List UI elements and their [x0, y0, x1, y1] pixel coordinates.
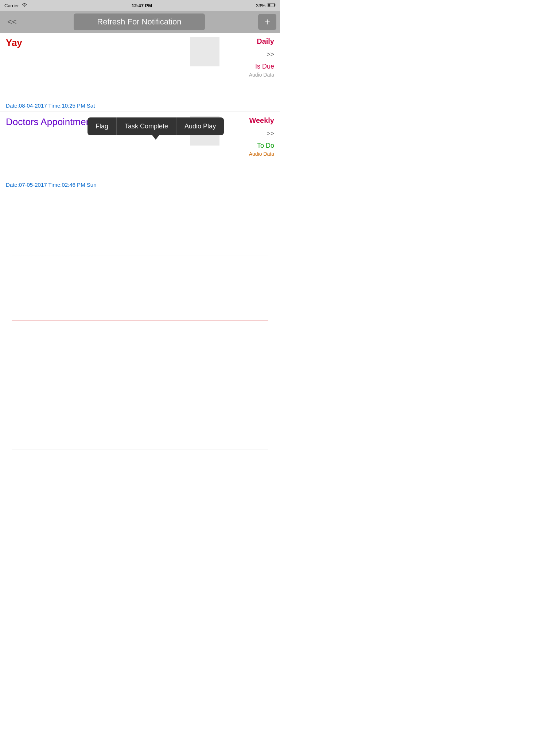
- task-audio-doctors: Audio Data: [249, 151, 274, 157]
- task-right-doctors: Weekly >> To Do Audio Data: [223, 116, 274, 157]
- battery-icon: [268, 3, 276, 8]
- back-button[interactable]: <<: [4, 15, 20, 29]
- content-area: Yay Daily >> Is Due Audio Data Date:08-0…: [0, 33, 280, 449]
- status-time: 12:47 PM: [132, 3, 152, 8]
- status-right: 33%: [256, 3, 276, 8]
- red-divider: [12, 321, 268, 321]
- empty-row-6: [0, 385, 280, 449]
- svg-rect-1: [275, 4, 276, 6]
- battery-percent: 33%: [256, 3, 265, 8]
- task-right-yay: Daily >> Is Due Audio Data: [223, 37, 274, 78]
- svg-rect-2: [268, 4, 270, 7]
- task-image-yay: [190, 37, 219, 66]
- empty-row-5: [0, 321, 280, 385]
- popup-audio-play[interactable]: Audio Play: [176, 117, 224, 135]
- task-arrow-yay[interactable]: >>: [267, 51, 274, 58]
- nav-bar: << Refresh For Notification +: [0, 11, 280, 33]
- task-left-yay: Yay: [6, 37, 187, 50]
- popup-flag[interactable]: Flag: [88, 117, 117, 135]
- task-arrow-doctors[interactable]: >>: [267, 130, 274, 138]
- carrier-label: Carrier: [4, 3, 19, 8]
- task-title-yay[interactable]: Yay: [6, 37, 187, 49]
- divider-4: [12, 449, 268, 449]
- task-audio-yay: Audio Data: [249, 72, 274, 78]
- status-left: Carrier: [4, 3, 28, 9]
- popup-task-complete[interactable]: Task Complete: [117, 117, 176, 135]
- task-status-yay: Is Due: [255, 63, 274, 70]
- task-row-yay: Yay Daily >> Is Due Audio Data Date:08-0…: [0, 33, 280, 112]
- task-date-yay: Date:08-04-2017 Time:10:25 PM Sat: [6, 102, 274, 112]
- empty-row-3: [0, 191, 280, 255]
- refresh-notification-button[interactable]: Refresh For Notification: [74, 13, 205, 30]
- task-date-doctors: Date:07-05-2017 Time:02:46 PM Sun: [6, 182, 274, 191]
- task-status-doctors: To Do: [257, 142, 274, 150]
- add-button[interactable]: +: [258, 14, 276, 30]
- task-frequency-yay: Daily: [257, 37, 274, 46]
- popup-menu: Flag Task Complete Audio Play: [88, 117, 224, 135]
- task-middle-yay: [187, 37, 223, 66]
- wifi-icon: [21, 3, 28, 9]
- task-frequency-doctors: Weekly: [249, 116, 274, 125]
- status-bar: Carrier 12:47 PM 33%: [0, 0, 280, 11]
